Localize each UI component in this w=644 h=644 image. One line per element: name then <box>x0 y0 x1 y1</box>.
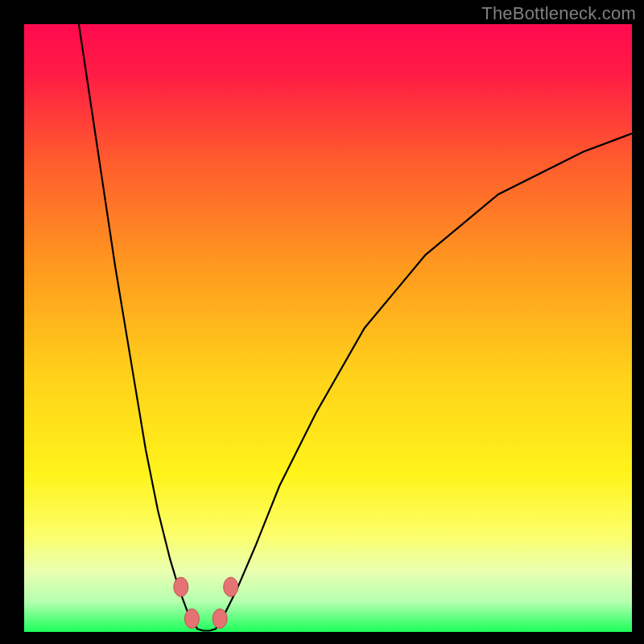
chart-frame <box>24 24 632 632</box>
curve-marker <box>213 609 227 628</box>
watermark-text: TheBottleneck.com <box>481 3 636 24</box>
curve-marker <box>174 577 188 597</box>
gradient-background <box>24 24 632 632</box>
curve-marker <box>184 609 199 628</box>
curve-marker <box>224 577 238 597</box>
bottleneck-chart <box>24 24 632 632</box>
